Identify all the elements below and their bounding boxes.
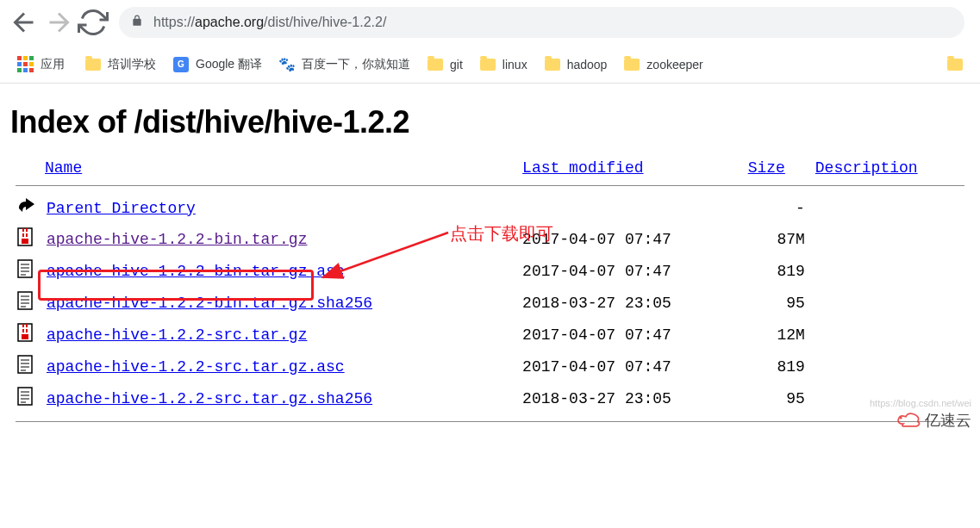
apps-grid-icon (17, 56, 34, 72)
bookmark-label: hadoop (567, 58, 608, 71)
bookmark-item[interactable]: 培训学校 (77, 52, 165, 78)
bookmark-item[interactable]: hadoop (536, 53, 616, 77)
file-modified: 2017-04-07 07:47 (517, 351, 743, 382)
forward-button[interactable] (43, 7, 74, 38)
bookmark-label: 培训学校 (108, 57, 156, 72)
bookmark-item[interactable]: linux (471, 53, 536, 77)
reload-button[interactable] (78, 7, 109, 38)
svg-rect-2 (26, 228, 28, 232)
cloud-logo-icon (897, 412, 921, 429)
table-row: apache-hive-1.2.2-bin.tar.gz.asc2017-04-… (10, 255, 970, 287)
bookmark-overflow[interactable] (939, 53, 971, 76)
table-row: apache-hive-1.2.2-src.tar.gz2017-04-07 0… (10, 319, 970, 351)
file-type-icon (10, 351, 41, 382)
file-size: 87M (743, 223, 810, 255)
parent-directory-link[interactable]: Parent Directory (47, 200, 196, 217)
folder-icon (428, 59, 443, 71)
browser-toolbar: https://apache.org/dist/hive/hive-1.2.2/ (0, 0, 980, 46)
page-body: Index of /dist/hive/hive-1.2.2 Name Last… (0, 84, 980, 438)
table-row: apache-hive-1.2.2-bin.tar.gz.sha2562018-… (10, 287, 970, 319)
google-translate-icon: G (173, 57, 189, 72)
file-modified: 2018-03-27 23:05 (517, 382, 743, 414)
svg-rect-5 (22, 239, 28, 244)
header-modified[interactable]: Last modified (517, 158, 743, 178)
file-size: 95 (743, 382, 810, 414)
file-size: 819 (743, 255, 810, 287)
bookmark-label: linux (502, 58, 527, 71)
bookmark-item[interactable]: zookeeper (615, 53, 711, 77)
header-description[interactable]: Description (810, 158, 970, 178)
svg-rect-20 (26, 329, 28, 332)
apps-label: 应用 (41, 57, 65, 72)
file-type-icon (10, 382, 41, 414)
bookmark-label: git (450, 58, 463, 71)
bookmark-bar: 应用 培训学校GGoogle 翻译🐾百度一下，你就知道gitlinuxhadoo… (0, 46, 980, 84)
svg-rect-18 (26, 324, 28, 327)
folder-icon (480, 59, 496, 71)
file-link[interactable]: apache-hive-1.2.2-src.tar.gz.asc (47, 358, 345, 376)
svg-rect-4 (26, 233, 28, 237)
svg-rect-17 (22, 324, 24, 327)
bookmark-label: zookeeper (646, 58, 702, 71)
bookmark-label: 百度一下，你就知道 (302, 57, 410, 72)
bookmark-label: Google 翻译 (196, 57, 262, 72)
back-button[interactable] (9, 7, 40, 38)
file-link[interactable]: apache-hive-1.2.2-bin.tar.gz.asc (47, 263, 345, 280)
url-text: https://apache.org/dist/hive/hive-1.2.2/ (153, 15, 386, 30)
page-title: Index of /dist/hive/hive-1.2.2 (10, 104, 970, 140)
folder-icon (624, 59, 640, 71)
file-modified: 2018-03-27 23:05 (517, 287, 743, 319)
apps-button[interactable]: 应用 (9, 51, 73, 78)
parent-dir-icon (10, 193, 41, 223)
file-link[interactable]: apache-hive-1.2.2-bin.tar.gz.sha256 (47, 295, 372, 312)
svg-rect-21 (22, 334, 28, 339)
svg-rect-1 (22, 228, 24, 232)
annotation-text: 点击下载即可 (450, 222, 553, 245)
table-row: apache-hive-1.2.2-src.tar.gz.sha2562018-… (10, 382, 970, 414)
file-link[interactable]: apache-hive-1.2.2-src.tar.gz (47, 326, 307, 344)
watermark-url: https://blog.csdn.net/wei (870, 398, 971, 408)
baidu-icon: 🐾 (279, 57, 295, 72)
bookmark-item[interactable]: git (419, 53, 471, 77)
header-name[interactable]: Name (10, 158, 517, 178)
folder-icon (947, 59, 963, 71)
directory-listing-table: Name Last modified Size Description Pare… (10, 158, 970, 429)
bookmark-item[interactable]: GGoogle 翻译 (165, 52, 271, 78)
file-type-icon (10, 287, 41, 319)
bookmark-item[interactable]: 🐾百度一下，你就知道 (271, 52, 419, 78)
table-row: Parent Directory- (10, 193, 970, 223)
parent-size: - (743, 193, 810, 223)
file-modified: 2017-04-07 07:47 (517, 319, 743, 351)
folder-icon (545, 59, 560, 71)
file-size: 819 (743, 351, 810, 382)
svg-rect-19 (22, 329, 24, 332)
table-row: apache-hive-1.2.2-src.tar.gz.asc2017-04-… (10, 351, 970, 382)
file-type-icon (10, 255, 41, 287)
header-size[interactable]: Size (743, 158, 810, 178)
file-modified: 2017-04-07 07:47 (517, 255, 743, 287)
lock-icon (131, 15, 143, 30)
file-size: 12M (743, 319, 810, 351)
file-link[interactable]: apache-hive-1.2.2-src.tar.gz.sha256 (47, 390, 372, 407)
watermark-logo: 亿速云 (897, 410, 971, 431)
svg-rect-3 (22, 233, 24, 237)
file-size: 95 (743, 287, 810, 319)
address-bar[interactable]: https://apache.org/dist/hive/hive-1.2.2/ (119, 7, 964, 38)
file-type-icon (10, 223, 41, 255)
file-link[interactable]: apache-hive-1.2.2-bin.tar.gz (47, 231, 307, 248)
file-type-icon (10, 319, 41, 351)
folder-icon (85, 59, 101, 71)
svg-point-34 (900, 417, 902, 419)
